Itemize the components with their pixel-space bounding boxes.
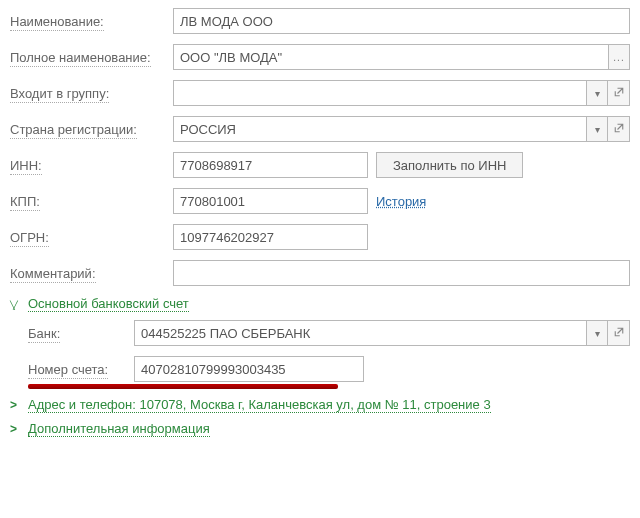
inn-input[interactable]	[173, 152, 368, 178]
address-section-toggle[interactable]: Адрес и телефон: 107078, Москва г, Калан…	[10, 397, 630, 413]
open-icon	[613, 86, 625, 100]
open-icon	[613, 122, 625, 136]
kpp-label: КПП:	[10, 194, 40, 211]
highlight-bar	[28, 384, 338, 389]
country-open-button[interactable]	[608, 116, 630, 142]
full-name-label: Полное наименование:	[10, 50, 151, 67]
chevron-down-icon: ▾	[595, 88, 600, 99]
full-name-ellipsis-button[interactable]: ...	[608, 44, 630, 70]
ogrn-label: ОГРН:	[10, 230, 49, 247]
ogrn-input[interactable]	[173, 224, 368, 250]
full-name-input[interactable]	[173, 44, 608, 70]
comment-label: Комментарий:	[10, 266, 96, 283]
fill-by-inn-button[interactable]: Заполнить по ИНН	[376, 152, 523, 178]
address-section-title: Адрес и телефон: 107078, Москва г, Калан…	[28, 397, 491, 413]
chevron-right-icon	[10, 398, 22, 412]
extra-section-title: Дополнительная информация	[28, 421, 210, 437]
history-link[interactable]: История	[376, 194, 426, 209]
group-dropdown-button[interactable]: ▾	[586, 80, 608, 106]
country-input[interactable]	[173, 116, 586, 142]
account-label: Номер счета:	[28, 362, 108, 379]
country-dropdown-button[interactable]: ▾	[586, 116, 608, 142]
comment-input[interactable]	[173, 260, 630, 286]
name-label: Наименование:	[10, 14, 104, 31]
country-label: Страна регистрации:	[10, 122, 137, 139]
chevron-down-icon	[10, 297, 22, 311]
kpp-input[interactable]	[173, 188, 368, 214]
bank-open-button[interactable]	[608, 320, 630, 346]
group-input[interactable]	[173, 80, 586, 106]
name-input[interactable]	[173, 8, 630, 34]
bank-section-toggle[interactable]: Основной банковский счет	[10, 296, 630, 312]
chevron-down-icon: ▾	[595, 328, 600, 339]
extra-section-toggle[interactable]: Дополнительная информация	[10, 421, 630, 437]
account-input[interactable]	[134, 356, 364, 382]
bank-input[interactable]	[134, 320, 586, 346]
bank-label: Банк:	[28, 326, 60, 343]
inn-label: ИНН:	[10, 158, 42, 175]
open-icon	[613, 326, 625, 340]
chevron-down-icon: ▾	[595, 124, 600, 135]
bank-dropdown-button[interactable]: ▾	[586, 320, 608, 346]
group-label: Входит в группу:	[10, 86, 109, 103]
bank-section-title: Основной банковский счет	[28, 296, 189, 312]
group-open-button[interactable]	[608, 80, 630, 106]
chevron-right-icon	[10, 422, 22, 436]
